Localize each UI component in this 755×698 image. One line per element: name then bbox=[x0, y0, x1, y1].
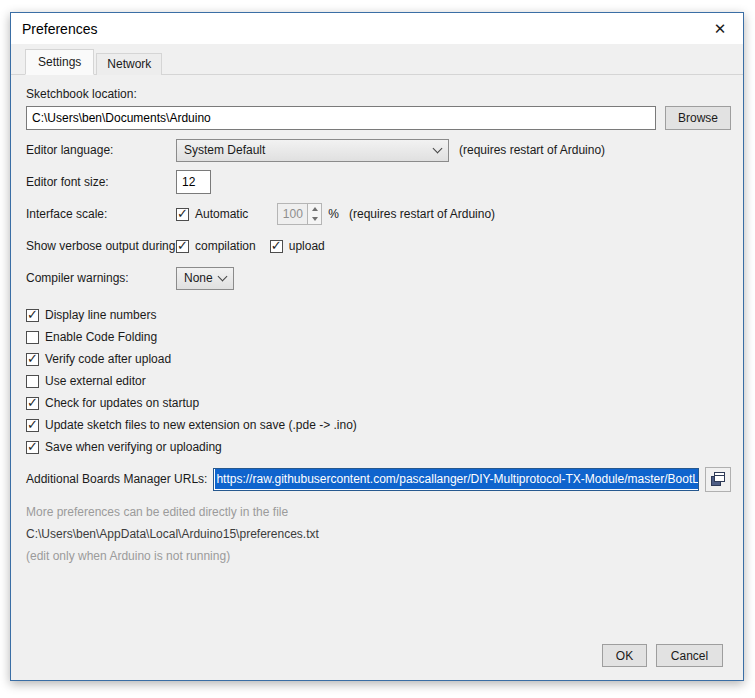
checkbox-label: Enable Code Folding bbox=[45, 330, 157, 344]
update-sketch-files-checkbox[interactable]: Update sketch files to new extension on … bbox=[26, 414, 731, 436]
preferences-dialog: Preferences ✕ Settings Network Sketchboo… bbox=[10, 12, 744, 681]
spinner-up-button[interactable] bbox=[308, 204, 321, 214]
display-line-numbers-checkbox[interactable]: Display line numbers bbox=[26, 304, 731, 326]
checkbox-icon[interactable] bbox=[26, 419, 39, 432]
dialog-buttons: OK Cancel bbox=[602, 644, 723, 667]
editor-font-size-input[interactable] bbox=[176, 170, 211, 194]
new-window-icon bbox=[710, 471, 726, 487]
chevron-down-icon bbox=[218, 271, 228, 281]
save-when-verifying-checkbox[interactable]: Save when verifying or uploading bbox=[26, 436, 731, 458]
interface-scale-note: (requires restart of Arduino) bbox=[349, 207, 495, 221]
boards-manager-urls-input[interactable]: https://raw.githubusercontent.com/pascal… bbox=[213, 468, 699, 491]
enable-code-folding-checkbox[interactable]: Enable Code Folding bbox=[26, 326, 731, 348]
interface-scale-row: Interface scale: Automatic 100 % (requir… bbox=[26, 202, 731, 226]
browse-button[interactable]: Browse bbox=[665, 106, 731, 130]
editor-language-label: Editor language: bbox=[26, 143, 176, 157]
checkbox-icon[interactable] bbox=[176, 208, 189, 221]
more-preferences-text: More preferences can be edited directly … bbox=[26, 505, 731, 519]
editor-language-note: (requires restart of Arduino) bbox=[459, 143, 605, 157]
checkbox-icon[interactable] bbox=[26, 309, 39, 322]
boards-manager-label: Additional Boards Manager URLs: bbox=[26, 472, 207, 486]
spinner-up-icon bbox=[312, 207, 318, 211]
compilation-label: compilation bbox=[195, 239, 256, 253]
scale-spinner: 100 bbox=[277, 203, 322, 225]
checkbox-icon[interactable] bbox=[26, 441, 39, 454]
use-external-editor-checkbox[interactable]: Use external editor bbox=[26, 370, 731, 392]
settings-panel: Sketchbook location: Browse Editor langu… bbox=[11, 75, 743, 680]
close-icon: ✕ bbox=[714, 20, 727, 38]
percent-sign: % bbox=[328, 207, 339, 221]
edit-warning-text: (edit only when Arduino is not running) bbox=[26, 549, 731, 563]
scale-value: 100 bbox=[277, 203, 308, 225]
checkbox-label: Check for updates on startup bbox=[45, 396, 199, 410]
sketchbook-location-input[interactable] bbox=[26, 106, 656, 130]
checkbox-label: Update sketch files to new extension on … bbox=[45, 418, 357, 432]
checkbox-icon[interactable] bbox=[26, 375, 39, 388]
upload-checkbox[interactable]: upload bbox=[270, 239, 325, 253]
titlebar[interactable]: Preferences ✕ bbox=[11, 13, 743, 44]
tab-bar: Settings Network bbox=[11, 44, 743, 75]
scale-spinner-buttons bbox=[308, 203, 322, 225]
checkbox-icon[interactable] bbox=[26, 353, 39, 366]
tab-network[interactable]: Network bbox=[96, 53, 162, 75]
checkbox-label: Display line numbers bbox=[45, 308, 156, 322]
interface-scale-label: Interface scale: bbox=[26, 207, 176, 221]
selected-url-text: https://raw.githubusercontent.com/pascal… bbox=[215, 469, 699, 489]
spinner-down-button[interactable] bbox=[308, 214, 321, 224]
compilation-checkbox[interactable]: compilation bbox=[176, 239, 256, 253]
compiler-warnings-value: None bbox=[184, 271, 213, 285]
compiler-warnings-select[interactable]: None bbox=[176, 267, 234, 290]
sketchbook-row: Browse bbox=[26, 106, 731, 130]
verify-code-after-upload-checkbox[interactable]: Verify code after upload bbox=[26, 348, 731, 370]
options-checkbox-list: Display line numbers Enable Code Folding… bbox=[26, 304, 731, 458]
check-for-updates-checkbox[interactable]: Check for updates on startup bbox=[26, 392, 731, 414]
editor-language-row: Editor language: System Default (require… bbox=[26, 138, 731, 162]
ok-button[interactable]: OK bbox=[602, 644, 647, 667]
tab-settings[interactable]: Settings bbox=[25, 49, 94, 75]
editor-font-size-label: Editor font size: bbox=[26, 175, 176, 189]
compiler-warnings-label: Compiler warnings: bbox=[26, 271, 176, 285]
chevron-down-icon bbox=[433, 143, 443, 153]
editor-language-select[interactable]: System Default bbox=[176, 139, 449, 162]
spinner-down-icon bbox=[312, 217, 318, 221]
close-button[interactable]: ✕ bbox=[697, 13, 743, 44]
editor-font-size-row: Editor font size: bbox=[26, 170, 731, 194]
sketchbook-location-label: Sketchbook location: bbox=[26, 87, 731, 102]
checkbox-icon[interactable] bbox=[26, 397, 39, 410]
automatic-scale-checkbox[interactable]: Automatic bbox=[176, 207, 248, 221]
verbose-output-label: Show verbose output during: bbox=[26, 239, 176, 253]
open-urls-editor-button[interactable] bbox=[705, 467, 731, 492]
checkbox-icon[interactable] bbox=[176, 240, 189, 253]
checkbox-label: Verify code after upload bbox=[45, 352, 171, 366]
checkbox-icon[interactable] bbox=[26, 331, 39, 344]
checkbox-label: Save when verifying or uploading bbox=[45, 440, 222, 454]
compiler-warnings-row: Compiler warnings: None bbox=[26, 266, 731, 290]
checkbox-icon[interactable] bbox=[270, 240, 283, 253]
checkbox-label: Use external editor bbox=[45, 374, 146, 388]
editor-language-value: System Default bbox=[184, 143, 265, 157]
verbose-output-row: Show verbose output during: compilation … bbox=[26, 234, 731, 258]
boards-manager-row: Additional Boards Manager URLs: https://… bbox=[26, 466, 731, 492]
automatic-scale-label: Automatic bbox=[195, 207, 248, 221]
upload-label: upload bbox=[289, 239, 325, 253]
window-title: Preferences bbox=[11, 21, 97, 37]
cancel-button[interactable]: Cancel bbox=[656, 644, 723, 667]
preferences-file-path: C:\Users\ben\AppData\Local\Arduino15\pre… bbox=[26, 527, 731, 541]
